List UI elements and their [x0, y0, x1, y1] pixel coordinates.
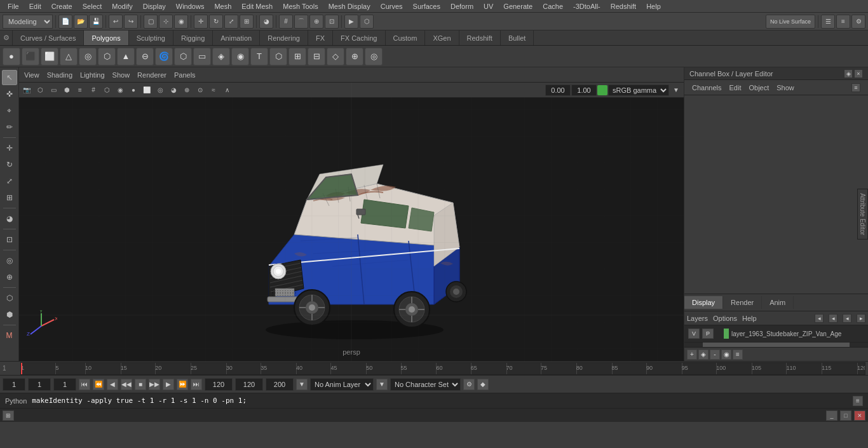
skip-to-end-button[interactable]: ⏭ — [191, 379, 202, 390]
tab-redshift[interactable]: Redshift — [459, 31, 501, 45]
shelf-soccer[interactable]: ⬡ — [174, 48, 192, 65]
vp-menu-show[interactable]: Show — [110, 71, 133, 79]
shelf-plane[interactable]: ▭ — [193, 48, 211, 65]
snap-view-button[interactable]: ⊡ — [325, 15, 339, 29]
maya-icon-btn[interactable]: M — [2, 328, 17, 343]
menu-select[interactable]: Select — [78, 1, 107, 11]
key-options[interactable]: ◆ — [477, 379, 489, 390]
menu-mesh-display[interactable]: Mesh Display — [323, 1, 376, 11]
render-button[interactable]: ▶ — [344, 15, 358, 29]
menu-uv[interactable]: UV — [478, 1, 498, 11]
menu-redshift[interactable]: Redshift — [606, 1, 641, 11]
tab-curves-surfaces[interactable]: Curves / Surfaces — [13, 31, 84, 45]
cb-tab-channels[interactable]: Channels — [689, 83, 724, 93]
menu-mesh-tools[interactable]: Mesh Tools — [278, 1, 323, 11]
menu-modify[interactable]: Modify — [107, 1, 137, 11]
play-forward-button[interactable]: ▶▶ — [149, 379, 160, 390]
xray-btn[interactable]: ⬡ — [2, 290, 17, 306]
scale-btn[interactable]: ⤢ — [2, 173, 17, 189]
channel-box-button[interactable]: ☰ — [821, 15, 835, 29]
tab-xgen[interactable]: XGen — [425, 31, 459, 45]
cb-tab-show[interactable]: Show — [774, 83, 797, 93]
menu-3dtall[interactable]: -3DtoAll- — [568, 1, 606, 11]
next-key-button[interactable]: ⏩ — [177, 379, 188, 390]
layer-members[interactable]: ≡ — [733, 350, 743, 360]
shelf-sphere[interactable]: ● — [3, 48, 20, 65]
lasso-btn[interactable]: ⌖ — [2, 103, 17, 118]
vp-menu-panels[interactable]: Panels — [172, 71, 198, 79]
layer-visibility-button[interactable]: V — [688, 329, 700, 339]
soft-mod-btn[interactable]: ◕ — [2, 211, 17, 226]
le-tab-display[interactable]: Display — [684, 296, 723, 309]
layer-select-objects[interactable]: ◉ — [721, 350, 731, 360]
shelf-bevel[interactable]: ◇ — [327, 48, 344, 65]
shelf-pipe[interactable]: ⊖ — [136, 48, 154, 65]
vp-menu-lighting[interactable]: Lighting — [78, 71, 107, 79]
tool-settings-button[interactable]: ⚙ — [851, 15, 865, 29]
show-manip-btn[interactable]: ⊞ — [2, 190, 17, 205]
select-mode-button[interactable]: ↖ — [2, 70, 17, 85]
tab-animation[interactable]: Animation — [213, 31, 260, 45]
tab-rendering[interactable]: Rendering — [260, 31, 308, 45]
layer-playback-button[interactable]: P — [702, 329, 714, 339]
attribute-editor-side-tab[interactable]: Attribute Editor — [857, 189, 868, 240]
sculpt-btn[interactable]: ✏ — [2, 119, 17, 135]
menu-surfaces[interactable]: Surfaces — [408, 1, 445, 11]
le-menu-help[interactable]: Help — [742, 315, 757, 322]
shelf-pyramid[interactable]: ▲ — [117, 48, 135, 65]
shelf-cone[interactable]: △ — [60, 48, 78, 65]
tab-polygons[interactable]: Polygons — [84, 31, 128, 45]
tab-rigging[interactable]: Rigging — [173, 31, 213, 45]
shelf-extrude[interactable]: ⊞ — [288, 48, 306, 65]
cb-tab-edit[interactable]: Edit — [726, 83, 743, 93]
layer-scroll-area[interactable] — [684, 342, 868, 347]
menu-file[interactable]: File — [3, 1, 24, 11]
layer-arrow-down[interactable]: ◂ — [829, 314, 837, 323]
anim-end-input[interactable] — [266, 378, 294, 391]
tab-fx-caching[interactable]: FX Caching — [333, 31, 385, 45]
step-back-button[interactable]: ◀ — [107, 379, 118, 390]
layer-arrow-up[interactable]: ◂ — [815, 314, 824, 323]
save-scene-button[interactable]: 💾 — [89, 15, 103, 29]
layer-arrow-prev[interactable]: ◂ — [843, 314, 851, 323]
menu-deform[interactable]: Deform — [445, 1, 478, 11]
tab-bullet[interactable]: Bullet — [501, 31, 534, 45]
new-scene-button[interactable]: 📄 — [58, 15, 72, 29]
workflow-left-arrow[interactable]: ⚙ — [0, 31, 13, 45]
rotate-btn[interactable]: ↻ — [2, 157, 17, 172]
shelf-cube[interactable]: ⬛ — [22, 48, 39, 65]
menu-mesh[interactable]: Mesh — [209, 1, 236, 11]
range-end-input[interactable] — [235, 378, 263, 391]
zoom-btn[interactable]: ⊕ — [2, 269, 17, 285]
menu-generate[interactable]: Generate — [498, 1, 538, 11]
shelf-type[interactable]: T — [250, 48, 268, 65]
snap-obj-btn[interactable]: ⊡ — [2, 232, 17, 247]
anim-layer-selector[interactable]: No Anim Layer — [310, 378, 374, 391]
soft-select-button[interactable]: ◕ — [259, 15, 273, 29]
shelf-torus[interactable]: ◎ — [79, 48, 97, 65]
step-forward-button[interactable]: ▶ — [163, 379, 174, 390]
select-tool-button[interactable]: ▢ — [144, 15, 158, 29]
shelf-svg[interactable]: ⬡ — [269, 48, 287, 65]
move-tool-button[interactable]: ✛ — [194, 15, 208, 29]
menu-create[interactable]: Create — [46, 1, 78, 11]
frame-current-input[interactable] — [28, 378, 51, 391]
shelf-sculpt[interactable]: ◉ — [231, 48, 249, 65]
window-close[interactable]: ✕ — [854, 411, 865, 421]
play-back-button[interactable]: ◀◀ — [121, 379, 132, 390]
menu-display[interactable]: Display — [138, 1, 171, 11]
attribute-editor-button[interactable]: ≡ — [836, 15, 850, 29]
paint-select-btn[interactable]: ✜ — [2, 86, 17, 102]
redo-button[interactable]: ↪ — [124, 15, 138, 29]
move-btn[interactable]: ✛ — [2, 140, 17, 156]
menu-windows[interactable]: Windows — [171, 1, 210, 11]
menu-cache[interactable]: Cache — [538, 1, 568, 11]
shelf-prism[interactable]: ⬡ — [98, 48, 116, 65]
vp-menu-shading[interactable]: Shading — [44, 71, 75, 79]
shelf-merge[interactable]: ⊕ — [346, 48, 363, 65]
rotate-tool-button[interactable]: ↻ — [209, 15, 223, 29]
menu-curves[interactable]: Curves — [376, 1, 408, 11]
universal-tool-button[interactable]: ⊞ — [240, 15, 254, 29]
le-menu-options[interactable]: Options — [713, 315, 737, 322]
le-tab-anim[interactable]: Anim — [762, 296, 794, 309]
